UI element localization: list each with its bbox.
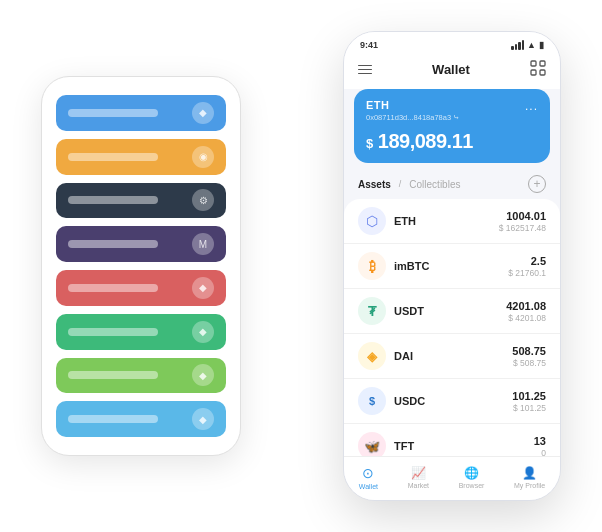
card-icon: ◆ bbox=[192, 321, 214, 343]
nav-wallet[interactable]: ⊙ Wallet bbox=[359, 465, 378, 490]
assets-header: Assets / Collectibles + bbox=[344, 171, 560, 199]
browser-nav-icon: 🌐 bbox=[464, 466, 479, 480]
nav-title: Wallet bbox=[432, 62, 470, 77]
card-text-bar bbox=[68, 109, 158, 117]
eth-label: ETH bbox=[366, 99, 538, 111]
asset-values: 1004.01 $ 162517.48 bbox=[499, 210, 546, 233]
asset-amount: 2.5 bbox=[508, 255, 546, 267]
table-row[interactable]: ◈ DAI 508.75 $ 508.75 bbox=[344, 334, 560, 379]
eth-card[interactable]: ETH 0x08711d3d...8418a78a3 ⤷ $ 189,089.1… bbox=[354, 89, 550, 163]
card-icon: ⚙ bbox=[192, 189, 214, 211]
table-row[interactable]: ⬡ ETH 1004.01 $ 162517.48 bbox=[344, 199, 560, 244]
asset-values: 101.25 $ 101.25 bbox=[512, 390, 546, 413]
list-item[interactable]: ◆ bbox=[56, 401, 226, 437]
nav-market[interactable]: 📈 Market bbox=[408, 466, 429, 489]
table-row[interactable]: $ USDC 101.25 $ 101.25 bbox=[344, 379, 560, 424]
eth-asset-icon: ⬡ bbox=[358, 207, 386, 235]
asset-values: 13 0 bbox=[534, 435, 546, 457]
svg-rect-0 bbox=[531, 61, 536, 66]
eth-address: 0x08711d3d...8418a78a3 ⤷ bbox=[366, 113, 538, 122]
tab-separator: / bbox=[399, 179, 402, 189]
card-icon: ◆ bbox=[192, 277, 214, 299]
card-text-bar bbox=[68, 153, 158, 161]
assets-tabs: Assets / Collectibles bbox=[358, 179, 460, 190]
status-time: 9:41 bbox=[360, 40, 378, 50]
asset-usd: 0 bbox=[534, 448, 546, 457]
tab-collectibles[interactable]: Collectibles bbox=[409, 179, 460, 190]
wifi-icon: ▲ bbox=[527, 40, 536, 50]
svg-rect-1 bbox=[540, 61, 545, 66]
asset-name: ETH bbox=[394, 215, 499, 227]
asset-usd: $ 101.25 bbox=[512, 403, 546, 413]
asset-amount: 1004.01 bbox=[499, 210, 546, 222]
asset-list: ⬡ ETH 1004.01 $ 162517.48 ₿ imBTC 2.5 $ … bbox=[344, 199, 560, 456]
card-text-bar bbox=[68, 415, 158, 423]
asset-amount: 4201.08 bbox=[506, 300, 546, 312]
card-icon: M bbox=[192, 233, 214, 255]
asset-amount: 508.75 bbox=[512, 345, 546, 357]
tft-asset-icon: 🦋 bbox=[358, 432, 386, 456]
more-options-button[interactable]: ... bbox=[525, 99, 538, 113]
scene: ◆ ◉ ⚙ M ◆ ◆ ◆ ◆ bbox=[11, 11, 591, 521]
card-text-bar bbox=[68, 328, 158, 336]
menu-icon[interactable] bbox=[358, 65, 372, 75]
list-item[interactable]: ⚙ bbox=[56, 183, 226, 219]
profile-nav-icon: 👤 bbox=[522, 466, 537, 480]
asset-values: 2.5 $ 21760.1 bbox=[508, 255, 546, 278]
asset-name: USDT bbox=[394, 305, 506, 317]
tab-assets[interactable]: Assets bbox=[358, 179, 391, 190]
list-item[interactable]: ◆ bbox=[56, 314, 226, 350]
asset-amount: 101.25 bbox=[512, 390, 546, 402]
status-icons: ▲ ▮ bbox=[511, 40, 544, 50]
table-row[interactable]: 🦋 TFT 13 0 bbox=[344, 424, 560, 456]
asset-name: imBTC bbox=[394, 260, 508, 272]
card-icon: ◆ bbox=[192, 408, 214, 430]
list-item[interactable]: M bbox=[56, 226, 226, 262]
nav-profile[interactable]: 👤 My Profile bbox=[514, 466, 545, 489]
asset-name: DAI bbox=[394, 350, 512, 362]
signal-icon bbox=[511, 40, 524, 50]
dai-asset-icon: ◈ bbox=[358, 342, 386, 370]
wallet-nav-icon: ⊙ bbox=[362, 465, 374, 481]
usdc-asset-icon: $ bbox=[358, 387, 386, 415]
nav-profile-label: My Profile bbox=[514, 482, 545, 489]
card-text-bar bbox=[68, 371, 158, 379]
card-icon: ◉ bbox=[192, 146, 214, 168]
asset-name: TFT bbox=[394, 440, 534, 452]
nav-browser-label: Browser bbox=[459, 482, 485, 489]
card-icon: ◆ bbox=[192, 364, 214, 386]
add-asset-button[interactable]: + bbox=[528, 175, 546, 193]
asset-usd: $ 4201.08 bbox=[506, 313, 546, 323]
svg-rect-2 bbox=[531, 70, 536, 75]
nav-browser[interactable]: 🌐 Browser bbox=[459, 466, 485, 489]
nav-market-label: Market bbox=[408, 482, 429, 489]
list-item[interactable]: ◆ bbox=[56, 270, 226, 306]
usdt-asset-icon: ₮ bbox=[358, 297, 386, 325]
card-text-bar bbox=[68, 284, 158, 292]
battery-icon: ▮ bbox=[539, 40, 544, 50]
svg-rect-3 bbox=[540, 70, 545, 75]
nav-wallet-label: Wallet bbox=[359, 483, 378, 490]
top-nav: Wallet bbox=[344, 54, 560, 89]
card-icon: ◆ bbox=[192, 102, 214, 124]
scan-icon[interactable] bbox=[530, 60, 546, 79]
bg-phone: ◆ ◉ ⚙ M ◆ ◆ ◆ ◆ bbox=[41, 76, 241, 456]
imbtc-asset-icon: ₿ bbox=[358, 252, 386, 280]
eth-amount: $ 189,089.11 bbox=[366, 130, 538, 153]
asset-usd: $ 508.75 bbox=[512, 358, 546, 368]
fg-phone: 9:41 ▲ ▮ Wallet bbox=[343, 31, 561, 501]
list-item[interactable]: ◆ bbox=[56, 358, 226, 394]
list-item[interactable]: ◆ bbox=[56, 95, 226, 131]
asset-usd: $ 162517.48 bbox=[499, 223, 546, 233]
bottom-nav: ⊙ Wallet 📈 Market 🌐 Browser 👤 My Profile bbox=[344, 456, 560, 500]
status-bar: 9:41 ▲ ▮ bbox=[344, 32, 560, 54]
market-nav-icon: 📈 bbox=[411, 466, 426, 480]
asset-values: 4201.08 $ 4201.08 bbox=[506, 300, 546, 323]
asset-amount: 13 bbox=[534, 435, 546, 447]
table-row[interactable]: ₿ imBTC 2.5 $ 21760.1 bbox=[344, 244, 560, 289]
asset-usd: $ 21760.1 bbox=[508, 268, 546, 278]
card-text-bar bbox=[68, 240, 158, 248]
table-row[interactable]: ₮ USDT 4201.08 $ 4201.08 bbox=[344, 289, 560, 334]
asset-values: 508.75 $ 508.75 bbox=[512, 345, 546, 368]
list-item[interactable]: ◉ bbox=[56, 139, 226, 175]
